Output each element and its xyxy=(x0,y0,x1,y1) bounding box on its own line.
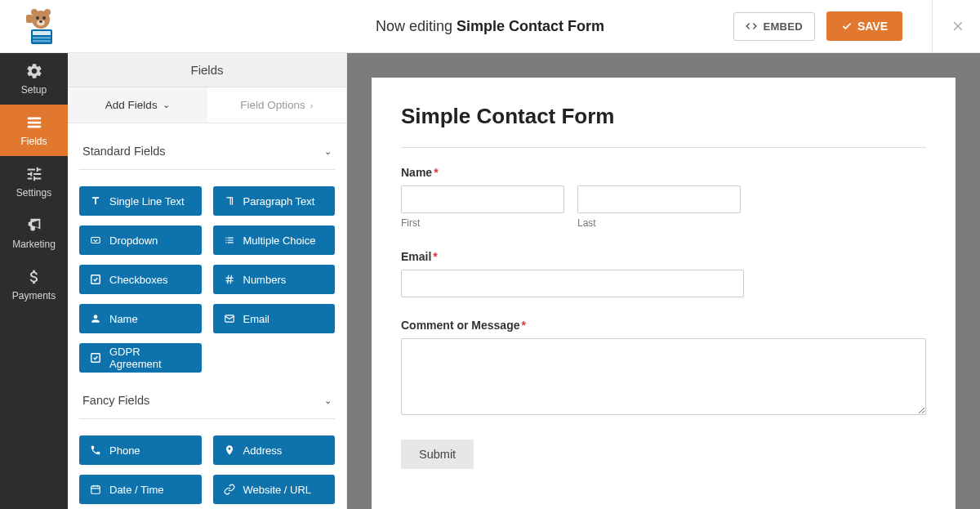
form-canvas: Simple Contact Form Name* First Last Ema… xyxy=(347,53,980,509)
form-icon xyxy=(25,114,43,132)
field-btn-single-line-text[interactable]: Single Line Text xyxy=(79,186,202,216)
sliders-icon xyxy=(25,165,43,183)
first-sublabel: First xyxy=(401,217,564,229)
chevron-right-icon: › xyxy=(310,100,314,110)
fields-panel: Fields Add Fields ⌄ Field Options › Stan… xyxy=(68,53,347,509)
svg-rect-23 xyxy=(91,486,100,493)
field-btn-date-time[interactable]: Date / Time xyxy=(79,475,202,504)
nav-label: Payments xyxy=(12,290,56,301)
required-asterisk: * xyxy=(434,166,438,179)
field-btn-website-url[interactable]: Website / URL xyxy=(213,475,336,504)
close-icon xyxy=(951,19,965,33)
bullhorn-icon xyxy=(25,217,43,234)
svg-rect-9 xyxy=(33,31,51,35)
panel-header: Fields xyxy=(68,53,346,87)
save-label: SAVE xyxy=(858,20,888,33)
tab-label: Field Options xyxy=(240,99,305,111)
embed-label: EMBED xyxy=(763,20,802,33)
field-label: Name xyxy=(109,313,138,325)
close-button[interactable] xyxy=(932,0,965,53)
svg-point-4 xyxy=(42,16,46,20)
nav-label: Settings xyxy=(16,187,51,199)
svg-line-20 xyxy=(230,275,231,284)
nav-label: Marketing xyxy=(12,239,56,250)
svg-rect-11 xyxy=(33,40,51,42)
svg-point-1 xyxy=(31,9,38,16)
svg-point-6 xyxy=(39,20,42,23)
tab-add-fields[interactable]: Add Fields ⌄ xyxy=(68,87,207,123)
field-label: Paragraph Text xyxy=(243,195,315,208)
field-label: Dropdown xyxy=(109,234,158,247)
field-btn-address[interactable]: Address xyxy=(213,435,336,465)
form-field-name: Name* First Last xyxy=(401,166,926,229)
paragraph-icon xyxy=(224,195,235,207)
form-preview[interactable]: Simple Contact Form Name* First Last Ema… xyxy=(372,78,956,509)
field-btn-phone[interactable]: Phone xyxy=(79,435,202,465)
section-fancy-fields[interactable]: Fancy Fields ⌄ xyxy=(79,373,335,419)
submit-button[interactable]: Submit xyxy=(401,440,474,469)
comment-textarea[interactable] xyxy=(401,338,926,415)
field-btn-paragraph-text[interactable]: Paragraph Text xyxy=(213,186,336,216)
check-icon xyxy=(90,352,101,364)
field-btn-gdpr-agreement[interactable]: GDPR Agreement xyxy=(79,343,202,373)
last-sublabel: Last xyxy=(577,217,741,229)
app-logo xyxy=(21,7,60,46)
dollar-icon xyxy=(25,268,43,286)
envelope-icon xyxy=(224,313,235,324)
embed-button[interactable]: EMBED xyxy=(733,12,814,41)
save-button[interactable]: SAVE xyxy=(826,11,902,41)
email-input[interactable] xyxy=(401,270,744,297)
field-label: GDPR Agreement xyxy=(109,346,191,370)
svg-rect-14 xyxy=(27,126,41,128)
phone-icon xyxy=(90,444,101,456)
tab-label: Add Fields xyxy=(105,99,158,111)
svg-rect-13 xyxy=(27,122,41,124)
nav-setup[interactable]: Setup xyxy=(0,53,68,105)
page-title: Now editing Simple Contact Form xyxy=(376,18,604,35)
field-btn-name[interactable]: Name xyxy=(79,304,202,333)
sidebar-nav: Setup Fields Settings Marketing Payments xyxy=(0,53,68,509)
field-btn-checkboxes[interactable]: Checkboxes xyxy=(79,265,202,294)
nav-settings[interactable]: Settings xyxy=(0,156,68,208)
first-name-input[interactable] xyxy=(401,185,564,213)
user-icon xyxy=(90,313,101,324)
calendar-icon xyxy=(90,484,101,495)
svg-line-19 xyxy=(227,275,228,284)
link-icon xyxy=(224,484,235,495)
check-icon xyxy=(841,20,853,32)
chevron-down-icon: ⌄ xyxy=(324,395,332,406)
tab-field-options[interactable]: Field Options › xyxy=(207,87,347,123)
form-title: Simple Contact Form xyxy=(401,104,926,148)
form-field-comment: Comment or Message* xyxy=(401,319,926,418)
svg-point-2 xyxy=(44,9,51,16)
hash-icon xyxy=(224,274,235,285)
svg-rect-12 xyxy=(27,118,41,120)
nav-label: Fields xyxy=(20,136,47,147)
field-btn-numbers[interactable]: Numbers xyxy=(213,265,336,294)
check-icon xyxy=(90,274,101,285)
field-label: Phone xyxy=(109,444,140,457)
nav-payments[interactable]: Payments xyxy=(0,259,68,310)
top-bar: Now editing Simple Contact Form EMBED SA… xyxy=(0,0,980,53)
field-label: Date / Time xyxy=(109,484,163,496)
field-label: Numbers xyxy=(243,274,287,286)
last-name-input[interactable] xyxy=(577,185,741,213)
section-title: Standard Fields xyxy=(82,145,166,158)
section-standard-fields[interactable]: Standard Fields ⌄ xyxy=(79,123,335,170)
svg-rect-7 xyxy=(26,15,33,23)
nav-marketing[interactable]: Marketing xyxy=(0,208,68,259)
pin-icon xyxy=(224,444,235,456)
field-btn-email[interactable]: Email xyxy=(213,304,336,333)
field-btn-dropdown[interactable]: Dropdown xyxy=(79,225,202,255)
name-label: Name* xyxy=(401,166,926,179)
gear-icon xyxy=(25,62,43,80)
code-icon xyxy=(746,20,757,32)
nav-fields[interactable]: Fields xyxy=(0,105,68,156)
list-icon xyxy=(224,234,235,246)
form-field-email: Email* xyxy=(401,250,926,297)
panel-body[interactable]: Standard Fields ⌄ Single Line TextParagr… xyxy=(68,123,346,509)
field-btn-multiple-choice[interactable]: Multiple Choice xyxy=(213,225,336,255)
comment-label: Comment or Message* xyxy=(401,319,926,332)
svg-rect-10 xyxy=(33,37,51,39)
dropdown-icon xyxy=(90,234,101,246)
